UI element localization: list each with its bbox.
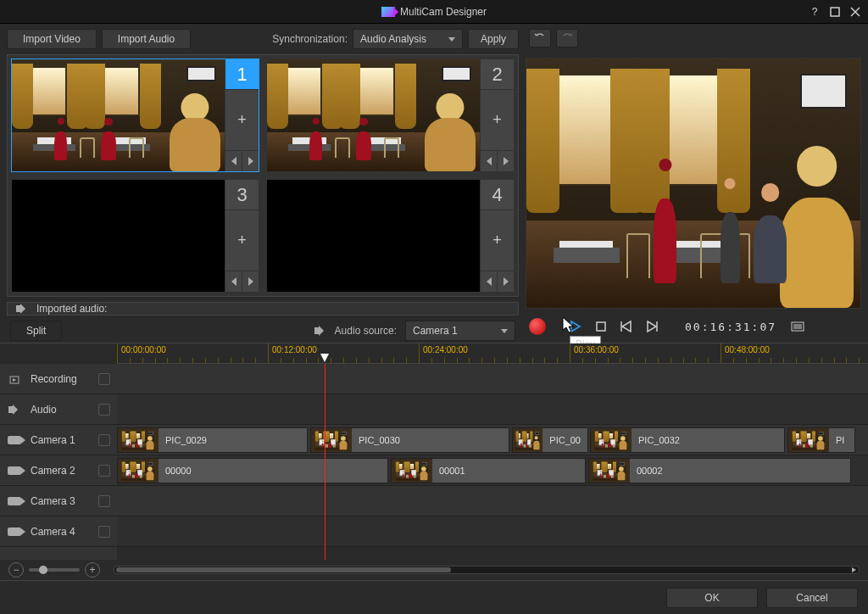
camera-add-3[interactable]: + <box>225 210 259 271</box>
camera-cell-2[interactable]: 2+ <box>266 59 515 172</box>
camera-thumb-2 <box>267 59 480 171</box>
camera-add-4[interactable]: + <box>481 210 514 271</box>
prev-frame-button[interactable] <box>617 317 636 336</box>
chevron-down-icon <box>501 329 508 333</box>
clip-name: PIC_0029 <box>159 435 214 445</box>
camera-grid: 1+2+3+4+ <box>7 54 519 297</box>
timeline-scrollbar[interactable] <box>114 566 860 574</box>
camera-cell-3[interactable]: 3+ <box>11 179 259 293</box>
timeline-ruler[interactable]: 00:00:00:0000:12:00:0000:24:00:0000:36:0… <box>0 343 868 364</box>
preview-monitor <box>526 58 861 309</box>
sync-label: Synchronization: <box>272 33 348 45</box>
playhead-marker[interactable] <box>320 354 329 362</box>
audio-source-label: Audio source: <box>335 325 397 337</box>
help-button[interactable]: ? <box>805 3 824 20</box>
camera-number-1[interactable]: 1 <box>225 59 259 90</box>
track-headers: RecordingAudioCamera 1Camera 2Camera 3Ca… <box>0 364 117 560</box>
clip[interactable]: 00002 <box>588 458 851 483</box>
camera-next-2[interactable] <box>498 151 514 171</box>
track-row-recording[interactable] <box>117 364 868 394</box>
svg-rect-0 <box>831 8 839 16</box>
ruler-tick: 00:00:00:00 <box>117 343 118 363</box>
clip[interactable]: PI <box>787 427 855 453</box>
app-icon <box>381 7 395 17</box>
camera-number-4[interactable]: 4 <box>481 180 514 210</box>
import-video-button[interactable]: Import Video <box>7 29 97 49</box>
close-button[interactable] <box>846 3 865 20</box>
zoom-slider[interactable] <box>29 568 80 572</box>
track-header-camera-4[interactable]: Camera 4 <box>0 516 117 547</box>
camera-number-3[interactable]: 3 <box>225 180 259 210</box>
track-row-camera-3[interactable] <box>117 486 868 516</box>
track-header-camera-2[interactable]: Camera 2 <box>0 455 117 486</box>
cam-icon <box>7 436 22 444</box>
track-options-icon[interactable] <box>98 404 110 416</box>
track-options-icon[interactable] <box>98 526 110 538</box>
scroll-right-button[interactable] <box>848 567 860 573</box>
clip-name: 00000 <box>159 466 198 476</box>
ruler-tick: 00:12:00:00 <box>268 343 269 363</box>
next-frame-button[interactable] <box>643 317 661 336</box>
speaker-icon <box>314 326 326 336</box>
camera-prev-2[interactable] <box>481 151 498 171</box>
track-header-camera-1[interactable]: Camera 1 <box>0 425 117 455</box>
camera-cell-1[interactable]: 1+ <box>11 59 259 172</box>
track-options-icon[interactable] <box>98 465 110 477</box>
track-options-icon[interactable] <box>98 373 110 385</box>
scroll-left-button[interactable] <box>114 567 125 573</box>
clip-name: PIC_00 <box>542 435 587 445</box>
zoom-in-button[interactable]: + <box>85 562 100 578</box>
play-button[interactable] <box>566 317 585 336</box>
camera-thumb-4 <box>267 180 480 292</box>
redo-button[interactable] <box>556 29 578 47</box>
audio-source-select[interactable]: Camera 1 <box>405 321 515 341</box>
maximize-button[interactable] <box>826 3 844 20</box>
clip-thumb <box>591 428 632 452</box>
clip-name: 00002 <box>630 466 670 476</box>
camera-add-2[interactable]: + <box>481 90 514 151</box>
track-header-recording[interactable]: Recording <box>0 364 117 394</box>
track-header-camera-3[interactable]: Camera 3 <box>0 486 117 516</box>
track-row-camera-2[interactable]: 000000000100002 <box>117 455 868 486</box>
cam-icon <box>7 497 22 505</box>
track-area[interactable]: PIC_0029PIC_0030PIC_00PIC_0032PI00000000… <box>117 364 868 560</box>
zoom-out-button[interactable]: − <box>8 562 24 578</box>
record-button[interactable] <box>529 318 546 335</box>
cam-icon <box>7 466 22 475</box>
playhead-line[interactable] <box>325 364 326 560</box>
split-button[interactable]: Split <box>10 321 62 341</box>
track-row-camera-1[interactable]: PIC_0029PIC_0030PIC_00PIC_0032PI <box>117 425 868 455</box>
stop-button[interactable] <box>592 317 610 336</box>
camera-thumb-1 <box>12 59 225 171</box>
camera-number-2[interactable]: 2 <box>481 59 514 90</box>
undo-button[interactable] <box>529 29 551 47</box>
track-header-audio[interactable]: Audio <box>0 394 117 425</box>
sync-select[interactable]: Audio Analysis <box>353 29 463 49</box>
track-row-camera-4[interactable] <box>117 516 868 547</box>
clip-thumb <box>513 428 542 452</box>
camera-prev-1[interactable] <box>225 151 242 171</box>
camera-next-1[interactable] <box>242 151 259 171</box>
camera-next-4[interactable] <box>498 271 514 292</box>
clip[interactable]: PIC_0029 <box>117 427 308 453</box>
track-options-icon[interactable] <box>98 495 110 507</box>
track-row-audio[interactable] <box>117 394 868 425</box>
camera-prev-3[interactable] <box>225 271 242 292</box>
camera-prev-4[interactable] <box>481 271 498 292</box>
track-options-icon[interactable] <box>98 434 110 446</box>
clip[interactable]: 00000 <box>117 458 388 483</box>
import-audio-button[interactable]: Import Audio <box>102 29 191 49</box>
clip-thumb <box>788 428 829 452</box>
apply-button[interactable]: Apply <box>468 29 519 49</box>
clip[interactable]: PIC_0030 <box>310 427 509 453</box>
clip[interactable]: 00001 <box>391 458 586 483</box>
cancel-button[interactable]: Cancel <box>766 588 858 608</box>
window-title: MultiCam Designer <box>381 6 487 18</box>
ok-button[interactable]: OK <box>666 588 758 608</box>
camera-add-1[interactable]: + <box>225 90 259 151</box>
clip[interactable]: PIC_0032 <box>590 427 785 453</box>
clip[interactable]: PIC_00 <box>512 427 588 453</box>
camera-cell-4[interactable]: 4+ <box>266 179 515 293</box>
display-options-button[interactable] <box>788 317 807 336</box>
camera-next-3[interactable] <box>242 271 259 292</box>
